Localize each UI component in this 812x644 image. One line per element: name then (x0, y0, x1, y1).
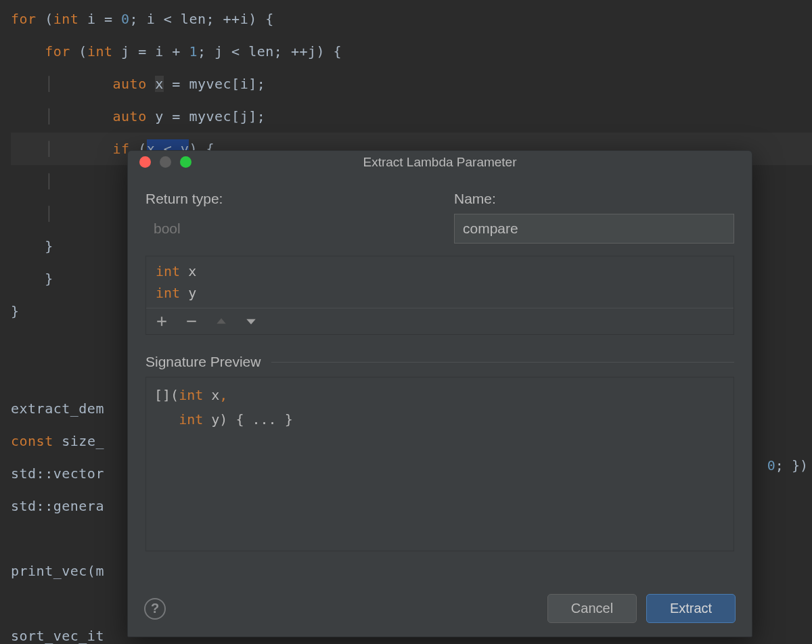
name-input[interactable] (454, 214, 734, 244)
parameter-toolbar (146, 308, 734, 334)
code-line[interactable]: │ auto x = myvec[i]; (11, 68, 812, 100)
move-down-icon[interactable] (244, 314, 258, 329)
code-line[interactable]: │ auto y = myvec[j]; (11, 100, 812, 133)
return-type-label: Return type: (145, 191, 454, 207)
code-line[interactable]: for (int j = i + 1; j < len; ++j) { (11, 35, 812, 68)
return-type-value: bool (145, 221, 454, 237)
code-fragment: 0; }) (767, 457, 808, 474)
add-icon[interactable] (154, 314, 169, 329)
dialog-titlebar: Extract Lambda Parameter (128, 151, 752, 173)
window-controls (128, 156, 191, 168)
divider (271, 362, 734, 363)
move-up-icon (214, 314, 229, 329)
name-label: Name: (454, 191, 734, 207)
help-button[interactable]: ? (144, 598, 166, 620)
cancel-button[interactable]: Cancel (547, 594, 637, 623)
extract-lambda-dialog: Extract Lambda Parameter Return type: Na… (127, 150, 752, 637)
parameter-row[interactable]: int x (146, 260, 734, 282)
extract-button[interactable]: Extract (646, 594, 736, 623)
close-icon[interactable] (139, 156, 151, 168)
code-line[interactable]: for (int i = 0; i < len; ++i) { (11, 3, 812, 35)
remove-icon[interactable] (184, 314, 199, 329)
minimize-icon (160, 156, 171, 168)
zoom-icon[interactable] (180, 156, 191, 168)
dialog-title: Extract Lambda Parameter (128, 155, 752, 170)
parameter-list[interactable]: int xint y (145, 256, 734, 335)
parameter-row[interactable]: int y (146, 282, 734, 304)
signature-preview: [](int x, int y) { ... } (145, 377, 734, 551)
signature-preview-label: Signature Preview (145, 354, 261, 370)
svg-rect-0 (187, 321, 196, 322)
